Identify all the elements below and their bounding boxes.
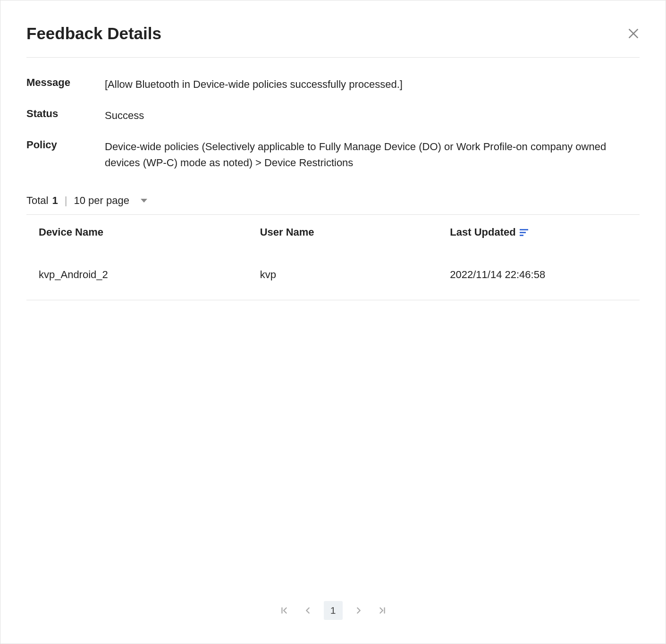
detail-label-status: Status [26, 108, 105, 124]
svg-rect-3 [520, 232, 526, 233]
cell-device-name: kvp_Android_2 [26, 250, 253, 300]
svg-rect-4 [520, 235, 523, 236]
detail-row-status: Status Success [26, 108, 640, 124]
total-label: Total [26, 195, 48, 207]
devices-table: Device Name User Name Last Updated [26, 215, 640, 300]
prev-page-button[interactable] [300, 603, 315, 618]
table-row[interactable]: kvp_Android_2 kvp 2022/11/14 22:46:58 [26, 250, 640, 300]
modal-title: Feedback Details [26, 24, 161, 43]
sort-desc-icon [520, 228, 528, 237]
caret-down-icon [141, 199, 147, 203]
detail-label-message: Message [26, 76, 105, 93]
cell-user-name: kvp [253, 250, 444, 300]
total-count: 1 [52, 195, 58, 207]
feedback-details-modal: Feedback Details Message [Allow Bluetoot… [0, 0, 666, 644]
detail-value-status: Success [105, 108, 144, 124]
detail-row-policy: Policy Device-wide policies (Selectively… [26, 139, 640, 171]
pagination: 1 [26, 592, 640, 620]
details-section: Message [Allow Bluetooth in Device-wide … [26, 58, 640, 186]
controls-divider: | [65, 195, 67, 207]
column-label: User Name [260, 226, 314, 238]
close-icon[interactable] [627, 27, 640, 40]
next-page-button[interactable] [351, 603, 366, 618]
per-page-select[interactable]: 10 per page [74, 195, 147, 207]
detail-label-policy: Policy [26, 139, 105, 171]
detail-value-policy: Device-wide policies (Selectively applic… [105, 139, 640, 171]
detail-value-message: [Allow Bluetooth in Device-wide policies… [105, 76, 403, 93]
page-number-current[interactable]: 1 [324, 601, 343, 620]
detail-row-message: Message [Allow Bluetooth in Device-wide … [26, 76, 640, 93]
per-page-label: 10 per page [74, 195, 129, 207]
table-controls: Total 1 | 10 per page [26, 195, 640, 214]
column-header-last-updated[interactable]: Last Updated [443, 215, 640, 250]
table-wrap: Device Name User Name Last Updated [26, 214, 640, 300]
last-page-button[interactable] [375, 603, 390, 618]
modal-header: Feedback Details [26, 24, 640, 58]
column-header-device-name[interactable]: Device Name [26, 215, 253, 250]
column-label: Last Updated [450, 226, 515, 238]
svg-rect-2 [520, 229, 528, 230]
table-header-row: Device Name User Name Last Updated [26, 215, 640, 250]
column-label: Device Name [39, 226, 103, 238]
column-header-user-name[interactable]: User Name [253, 215, 444, 250]
cell-last-updated: 2022/11/14 22:46:58 [443, 250, 640, 300]
first-page-button[interactable] [277, 603, 292, 618]
